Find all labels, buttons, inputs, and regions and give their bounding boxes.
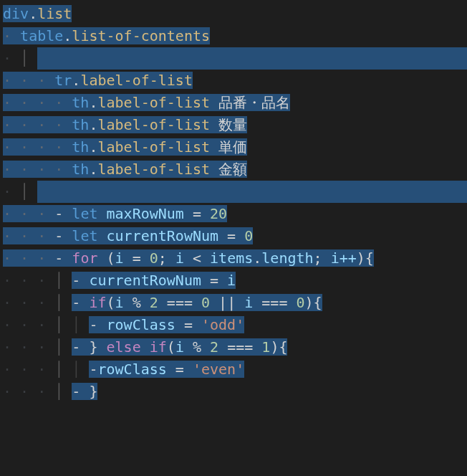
- var-token: currentRowNum: [107, 227, 219, 244]
- class-token: label-of-list: [80, 72, 193, 89]
- number-token: 0: [244, 227, 253, 244]
- code-line: · · · │ - if(i % 2 === 0 || i === 0){: [3, 292, 467, 314]
- class-token: list-of-contents: [72, 27, 210, 44]
- string-token: 'even': [193, 361, 244, 378]
- var-token: rowClass: [97, 361, 166, 378]
- code-line: · · · │ - currentRowNum = i: [3, 270, 467, 292]
- tag-token: th: [72, 116, 89, 133]
- code-line: · · · │ │ -rowClass = 'even': [3, 358, 467, 381]
- tag-token: th: [72, 94, 89, 111]
- code-line: · · · │ │ - rowClass = 'odd': [3, 314, 467, 336]
- tag-token: th: [72, 161, 89, 178]
- tag-token: tr: [54, 72, 72, 89]
- code-line-blank: · │: [3, 47, 467, 70]
- brace-token: }: [89, 383, 97, 400]
- keyword-token: let: [72, 205, 97, 222]
- code-line: · · · · th.label-of-list 単価: [3, 136, 467, 158]
- var-token: currentRowNum: [89, 272, 201, 289]
- code-line-blank: · │: [3, 181, 467, 203]
- class-token: label-of-list: [97, 138, 210, 156]
- number-token: 20: [210, 205, 227, 222]
- keyword-token: if: [89, 294, 106, 311]
- code-line: · · · - let maxRowNum = 20: [3, 203, 467, 225]
- text-token: 金額: [218, 161, 247, 178]
- class-token: label-of-list: [97, 116, 210, 133]
- code-line: · · · │ - } else if(i % 2 === 1){: [3, 336, 467, 358]
- text-token: 数量: [218, 116, 247, 133]
- code-line: · · · - let currentRowNum = 0: [3, 225, 467, 247]
- code-line: div.list: [3, 3, 467, 25]
- tag-token: th: [72, 138, 89, 156]
- text-token: 単価: [218, 138, 247, 156]
- var-token: maxRowNum: [107, 205, 184, 222]
- keyword-token: for: [72, 249, 97, 267]
- code-line: · · · · th.label-of-list 品番・品名: [3, 92, 467, 114]
- tag-token: table: [20, 27, 63, 44]
- class-token: label-of-list: [97, 161, 210, 178]
- string-token: 'odd': [201, 316, 244, 333]
- var-token: rowClass: [107, 316, 175, 333]
- code-line: · · · │ - }: [3, 381, 467, 403]
- code-line: · · · · th.label-of-list 数量: [3, 114, 467, 136]
- code-line: · table.list-of-contents: [3, 25, 467, 47]
- code-line: · · · tr.label-of-list: [3, 70, 467, 92]
- code-line: · · · · th.label-of-list 金額: [3, 158, 467, 181]
- class-token: label-of-list: [97, 94, 210, 111]
- keyword-token: let: [72, 227, 97, 244]
- text-token: 品番・品名: [218, 94, 290, 111]
- code-line: · · · - for (i = 0; i < items.length; i+…: [3, 247, 467, 270]
- keyword-token: else: [107, 338, 141, 356]
- code-editor[interactable]: div.list · table.list-of-contents · │ · …: [0, 0, 467, 403]
- tag-token: div: [3, 5, 29, 22]
- class-token: list: [37, 5, 72, 22]
